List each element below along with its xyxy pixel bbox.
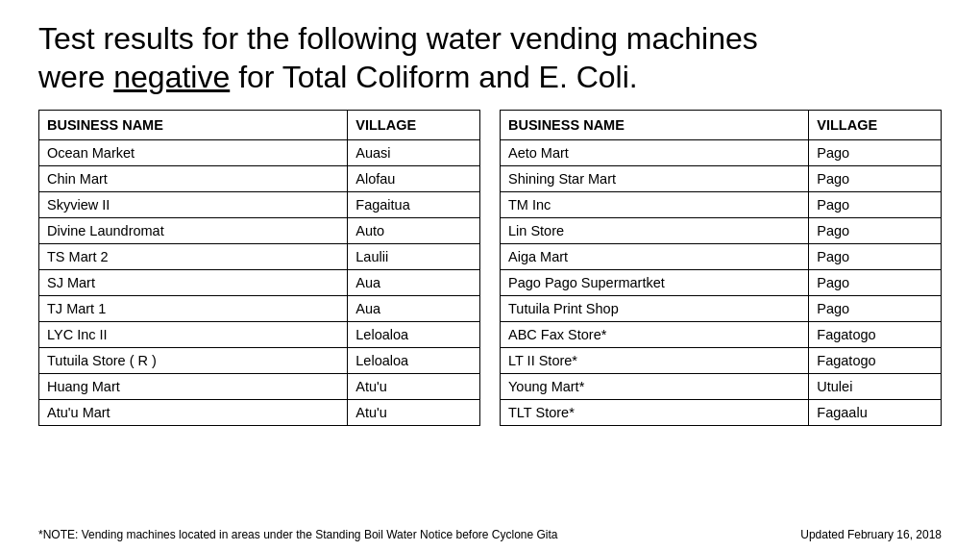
footer: *NOTE: Vending machines located in areas… [38,528,942,541]
business-cell: Huang Mart [39,374,348,400]
table-row: Shining Star MartPago [501,166,942,192]
village-cell: Aua [348,270,480,296]
business-cell: LT II Store* [501,348,809,374]
business-cell: Ocean Market [39,140,348,166]
business-cell: Tutuila Print Shop [501,296,809,322]
page-container: Test results for the following water ven… [0,0,980,551]
village-cell: Fagaalu [809,400,942,426]
village-cell: Auto [348,218,480,244]
business-cell: Divine Laundromat [39,218,348,244]
title-line2-post: for Total Coliform and E. Coli. [230,60,637,94]
business-cell: Aeto Mart [501,140,809,166]
village-cell: Pago [809,270,942,296]
table-row: Tutuila Store ( R )Leloaloa [39,348,480,374]
table-row: ABC Fax Store*Fagatogo [501,322,942,348]
village-cell: Fagatogo [809,322,942,348]
table-row: Ocean MarketAuasi [39,140,480,166]
business-cell: Shining Star Mart [501,166,809,192]
village-cell: Alofau [348,166,480,192]
business-cell: TLT Store* [501,400,809,426]
business-cell: TM Inc [501,192,809,218]
village-cell: Pago [809,218,942,244]
business-cell: ABC Fax Store* [501,322,809,348]
left-header-village: VILLAGE [348,111,480,140]
village-cell: Pago [809,166,942,192]
business-cell: Atu'u Mart [39,400,348,426]
business-cell: Tutuila Store ( R ) [39,348,348,374]
village-cell: Laulii [348,244,480,270]
table-row: Aeto MartPago [501,140,942,166]
business-cell: SJ Mart [39,270,348,296]
tables-row: BUSINESS NAME VILLAGE Ocean MarketAuasiC… [38,110,942,520]
right-header-business: BUSINESS NAME [501,111,809,140]
village-cell: Pago [809,296,942,322]
footer-note: *NOTE: Vending machines located in areas… [38,528,558,541]
village-cell: Atu'u [348,400,480,426]
table-row: Tutuila Print ShopPago [501,296,942,322]
table-row: Huang MartAtu'u [39,374,480,400]
left-table: BUSINESS NAME VILLAGE Ocean MarketAuasiC… [38,110,480,426]
village-cell: Fagatogo [809,348,942,374]
title-negative: negative [113,60,230,94]
footer-date: Updated February 16, 2018 [800,528,942,541]
business-cell: TJ Mart 1 [39,296,348,322]
business-cell: Aiga Mart [501,244,809,270]
village-cell: Leloaloa [348,322,480,348]
village-cell: Fagaitua [348,192,480,218]
right-table: BUSINESS NAME VILLAGE Aeto MartPagoShini… [500,110,942,426]
village-cell: Utulei [809,374,942,400]
village-cell: Pago [809,192,942,218]
table-row: LYC Inc IILeloaloa [39,322,480,348]
table-row: TJ Mart 1Aua [39,296,480,322]
business-cell: Chin Mart [39,166,348,192]
table-row: TS Mart 2Laulii [39,244,480,270]
table-row: Skyview IIFagaitua [39,192,480,218]
table-row: Aiga MartPago [501,244,942,270]
table-row: TLT Store*Fagaalu [501,400,942,426]
business-cell: Young Mart* [501,374,809,400]
table-row: LT II Store*Fagatogo [501,348,942,374]
business-cell: TS Mart 2 [39,244,348,270]
left-header-business: BUSINESS NAME [39,111,348,140]
table-row: Lin StorePago [501,218,942,244]
table-row: Divine LaundromatAuto [39,218,480,244]
village-cell: Aua [348,296,480,322]
village-cell: Leloaloa [348,348,480,374]
village-cell: Auasi [348,140,480,166]
table-row: TM IncPago [501,192,942,218]
village-cell: Pago [809,140,942,166]
table-row: Young Mart*Utulei [501,374,942,400]
title-line2-pre: were [38,60,113,94]
village-cell: Atu'u [348,374,480,400]
table-row: Chin MartAlofau [39,166,480,192]
village-cell: Pago [809,244,942,270]
right-table-wrap: BUSINESS NAME VILLAGE Aeto MartPagoShini… [500,110,942,520]
table-row: Atu'u MartAtu'u [39,400,480,426]
business-cell: Lin Store [501,218,809,244]
business-cell: Pago Pago Supermartket [501,270,809,296]
business-cell: LYC Inc II [39,322,348,348]
right-header-village: VILLAGE [809,111,942,140]
title-line1: Test results for the following water ven… [38,21,758,56]
page-title: Test results for the following water ven… [38,19,942,96]
table-row: Pago Pago SupermartketPago [501,270,942,296]
left-table-wrap: BUSINESS NAME VILLAGE Ocean MarketAuasiC… [38,110,480,520]
table-row: SJ MartAua [39,270,480,296]
business-cell: Skyview II [39,192,348,218]
